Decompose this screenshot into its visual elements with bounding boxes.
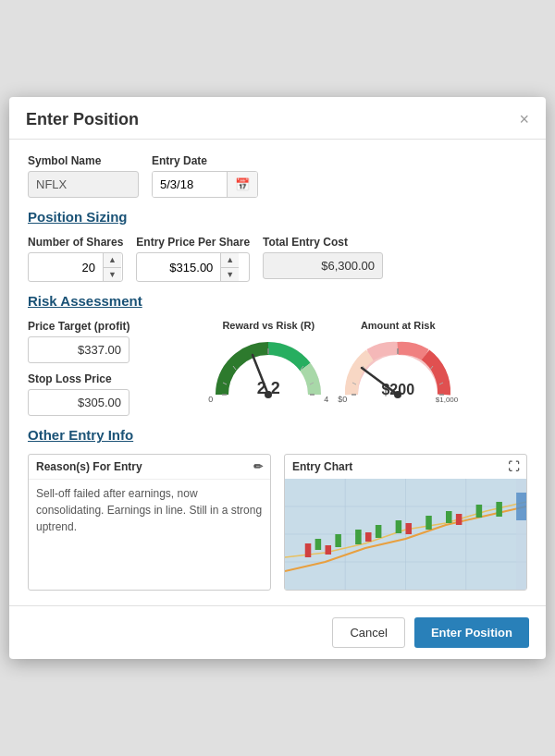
- price-up-button[interactable]: ▲: [221, 253, 239, 268]
- price-spinner: ▲ ▼: [136, 252, 250, 283]
- shares-spinner: ▲ ▼: [28, 252, 123, 283]
- reward-risk-gauge-wrap: 0 4 2.2: [208, 335, 328, 404]
- symbol-field-group: Symbol Name: [28, 154, 139, 198]
- close-button[interactable]: ×: [519, 111, 529, 128]
- svg-rect-37: [476, 505, 483, 518]
- chart-expand-icon[interactable]: ⛶: [508, 460, 519, 473]
- position-sizing-title: Position Sizing: [28, 209, 527, 225]
- enter-position-button[interactable]: Enter Position: [414, 617, 529, 648]
- entry-date-label: Entry Date: [152, 154, 258, 167]
- modal-footer: Cancel Enter Position: [9, 605, 546, 659]
- shares-input[interactable]: [29, 255, 103, 280]
- chart-header: Entry Chart ⛶: [285, 455, 526, 479]
- chart-box: Entry Chart ⛶: [284, 454, 527, 591]
- price-spinner-btns: ▲ ▼: [220, 253, 239, 282]
- reasons-header: Reason(s) For Entry ✏: [29, 455, 270, 479]
- symbol-label: Symbol Name: [28, 154, 139, 167]
- reasons-box: Reason(s) For Entry ✏ Sell-off failed af…: [28, 454, 271, 591]
- svg-rect-36: [456, 514, 462, 525]
- amount-risk-max: $1,000: [436, 396, 458, 404]
- shares-up-button[interactable]: ▲: [104, 253, 121, 268]
- chart-label: Entry Chart: [292, 460, 352, 473]
- reward-risk-value: 2.2: [257, 379, 280, 398]
- chart-placeholder: [285, 479, 526, 590]
- stop-loss-label: Stop Loss Price: [28, 372, 130, 385]
- entry-date-field-group: Entry Date 📅: [152, 154, 258, 198]
- svg-rect-33: [406, 523, 413, 534]
- stop-loss-input[interactable]: [28, 389, 130, 416]
- reward-risk-label: Reward vs Risk (R): [222, 320, 314, 331]
- amount-risk-value: $200: [381, 382, 414, 398]
- chart-svg: [285, 479, 526, 590]
- risk-assessment-section: Price Target (profit) Stop Loss Price Re…: [28, 320, 527, 416]
- calendar-icon[interactable]: 📅: [227, 172, 257, 197]
- edit-icon[interactable]: ✏: [253, 460, 263, 473]
- modal-dialog: Enter Position × Symbol Name Entry Date …: [9, 97, 546, 660]
- entry-date-input[interactable]: [153, 172, 227, 197]
- price-target-field-group: Price Target (profit): [28, 320, 130, 363]
- svg-rect-32: [396, 520, 402, 533]
- svg-rect-35: [446, 511, 452, 523]
- amount-risk-gauge: Amount at Risk: [338, 320, 458, 404]
- risk-assessment-title: Risk Assessment: [28, 293, 527, 309]
- amount-risk-min: $0: [338, 395, 347, 404]
- amount-risk-label: Amount at Risk: [361, 320, 436, 331]
- svg-rect-28: [335, 534, 341, 547]
- risk-inputs: Price Target (profit) Stop Loss Price: [28, 320, 130, 416]
- svg-rect-26: [315, 539, 322, 550]
- price-field-group: Entry Price Per Share ▲ ▼: [136, 236, 250, 283]
- reward-risk-max: 4: [324, 395, 328, 404]
- cancel-button[interactable]: Cancel: [332, 617, 404, 648]
- svg-rect-29: [355, 530, 362, 544]
- reward-risk-gauge: Reward vs Risk (R): [208, 320, 328, 404]
- svg-rect-34: [426, 516, 432, 530]
- total-cost-field-group: Total Entry Cost $6,300.00: [263, 236, 383, 283]
- gauges-area: Reward vs Risk (R): [139, 320, 527, 404]
- modal-title: Enter Position: [26, 110, 139, 129]
- stop-loss-field-group: Stop Loss Price: [28, 372, 130, 416]
- date-input-wrap: 📅: [152, 171, 258, 198]
- price-input[interactable]: [137, 255, 220, 280]
- other-entry-title: Other Entry Info: [28, 427, 527, 443]
- price-target-input[interactable]: [28, 336, 130, 363]
- entry-info-row: Reason(s) For Entry ✏ Sell-off failed af…: [28, 454, 527, 591]
- symbol-date-row: Symbol Name Entry Date 📅: [28, 154, 527, 198]
- price-target-label: Price Target (profit): [28, 320, 130, 333]
- modal-body: Symbol Name Entry Date 📅 Position Sizing…: [9, 140, 546, 606]
- shares-field-group: Number of Shares ▲ ▼: [28, 236, 123, 283]
- svg-rect-31: [376, 525, 382, 538]
- price-label: Entry Price Per Share: [136, 236, 250, 249]
- svg-rect-27: [326, 545, 332, 555]
- modal-header: Enter Position ×: [9, 97, 546, 140]
- reasons-text: Sell-off failed after earnings, now cons…: [29, 479, 270, 543]
- shares-spinner-btns: ▲ ▼: [103, 253, 121, 282]
- position-sizing-row: Number of Shares ▲ ▼ Entry Price Per Sha…: [28, 236, 527, 283]
- svg-rect-40: [516, 493, 526, 520]
- price-down-button[interactable]: ▼: [221, 268, 239, 282]
- svg-rect-38: [496, 502, 502, 517]
- amount-risk-gauge-wrap: $0 $1,000 $200: [338, 335, 458, 404]
- reward-risk-min: 0: [208, 395, 213, 404]
- svg-rect-30: [365, 532, 372, 542]
- reasons-label: Reason(s) For Entry: [36, 460, 142, 473]
- svg-rect-25: [305, 543, 312, 557]
- total-cost-label: Total Entry Cost: [263, 236, 383, 249]
- total-cost-value: $6,300.00: [263, 252, 383, 279]
- shares-down-button[interactable]: ▼: [104, 268, 121, 282]
- shares-label: Number of Shares: [28, 236, 123, 249]
- symbol-input[interactable]: [28, 171, 139, 198]
